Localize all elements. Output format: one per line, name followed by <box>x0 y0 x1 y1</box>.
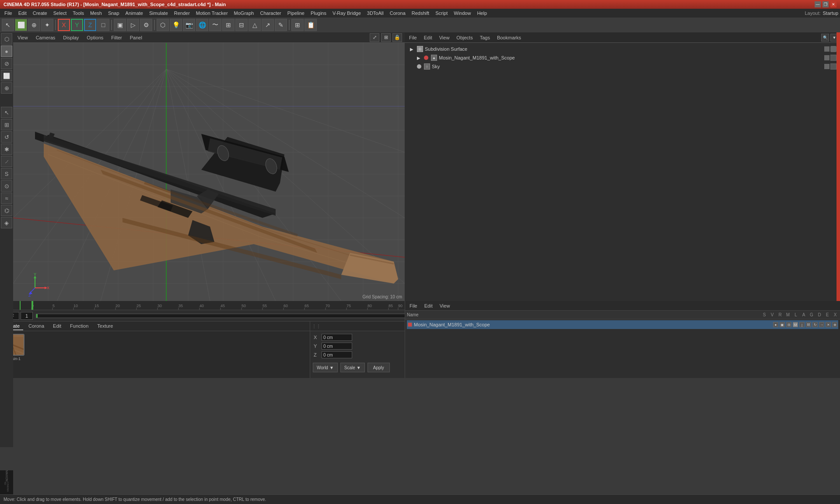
viewport-menu-panel[interactable]: Panel <box>128 34 144 41</box>
sidebar-tool3[interactable]: S <box>1 168 12 179</box>
sidebar-tool4[interactable]: ⊙ <box>1 180 12 192</box>
fps-input[interactable] <box>21 312 33 320</box>
obj-icon-1[interactable]: | <box>799 322 805 327</box>
toolbar-cam[interactable]: 📷 <box>183 19 195 31</box>
mat-tab-edit[interactable]: Edit <box>49 322 65 330</box>
obj-lower-view[interactable]: View <box>437 302 453 309</box>
tree-item-sky[interactable]: ○ Sky <box>406 62 838 71</box>
obj-panel-view[interactable]: View <box>437 34 452 41</box>
menu-mograph[interactable]: MoGraph <box>231 10 257 17</box>
tree-item-subdivision[interactable]: ▶ ⊞ Subdivision Surface <box>406 45 838 53</box>
toolbar-cube[interactable]: ⬡ <box>157 19 169 31</box>
obj-panel-tags[interactable]: Tags <box>477 34 493 41</box>
vp-lock[interactable]: 🔒 <box>392 33 402 42</box>
obj-icon-extra[interactable]: ⊕ <box>832 322 837 327</box>
menu-window[interactable]: Window <box>451 10 473 17</box>
sidebar-tool7[interactable]: ◈ <box>1 217 12 228</box>
tree-cb-sky-2[interactable] <box>830 63 836 70</box>
toolbar-loop[interactable]: ⊕ <box>28 19 40 31</box>
viewport-menu-options[interactable]: Options <box>85 34 105 41</box>
viewport-menu-filter[interactable]: Filter <box>109 34 123 41</box>
minimize-button[interactable]: — <box>815 1 821 7</box>
toolbar-render-region[interactable]: ▣ <box>114 19 126 31</box>
menu-render[interactable]: Render <box>172 10 192 17</box>
tree-cb-mosin-1[interactable] <box>824 55 830 60</box>
world-mode-button[interactable]: World ▼ <box>313 363 338 372</box>
restore-button[interactable]: ❐ <box>822 1 829 7</box>
obj-panel-file[interactable]: File <box>406 34 420 41</box>
toolbar-workspace[interactable]: ⊞ <box>291 19 304 31</box>
coord-x-input[interactable] <box>322 334 352 341</box>
toolbar-lamp[interactable]: 💡 <box>170 19 182 31</box>
obj-icon-m[interactable]: M <box>793 322 798 327</box>
sidebar-move[interactable]: ↖ <box>1 107 12 118</box>
tree-cb-mosin-2[interactable] <box>830 55 836 61</box>
sidebar-scale[interactable]: ⊞ <box>1 119 12 130</box>
obj-icon-r[interactable]: ⊟ <box>786 322 791 327</box>
sidebar-poly[interactable]: ⬜ <box>1 70 12 81</box>
obj-icon-v[interactable]: ▣ <box>780 322 785 327</box>
toolbar-deform[interactable]: ⊞ <box>222 19 234 31</box>
toolbar-char[interactable]: △ <box>248 19 261 31</box>
menu-character[interactable]: Character <box>257 10 284 17</box>
sidebar-model[interactable]: ⬡ <box>1 33 12 45</box>
obj-icon-chain[interactable]: ⛓ <box>806 322 811 327</box>
menu-tools[interactable]: Tools <box>70 10 87 17</box>
menu-redshift[interactable]: Redshift <box>409 10 432 17</box>
obj-item-mosin[interactable]: Mosin_Nagant_M1891_with_Scope ● ▣ ⊟ M | … <box>407 320 838 329</box>
toolbar-mograph2[interactable]: ⊟ <box>235 19 248 31</box>
toolbar-spline[interactable]: 〜 <box>209 19 221 31</box>
obj-panel-edit[interactable]: Edit <box>421 34 435 41</box>
tree-cb-sky-1[interactable] <box>824 64 830 69</box>
scale-mode-button[interactable]: Scale ▼ <box>340 363 365 372</box>
menu-pipeline[interactable]: Pipeline <box>285 10 307 17</box>
sidebar-tool5[interactable]: ≈ <box>1 192 12 204</box>
toolbar-render[interactable]: ▷ <box>127 19 139 31</box>
mat-tab-corona[interactable]: Corona <box>25 322 48 330</box>
timeline-playhead[interactable] <box>20 301 21 310</box>
vp-fullscreen[interactable]: ⤢ <box>370 33 379 42</box>
viewport-canvas[interactable]: Perspective <box>13 43 405 301</box>
toolbar-paint[interactable]: ✎ <box>275 19 287 31</box>
menu-vray[interactable]: V-Ray Bridge <box>330 10 364 17</box>
menu-simulate[interactable]: Simulate <box>147 10 171 17</box>
menu-help[interactable]: Help <box>474 10 490 17</box>
timeline-scrubber-handle[interactable] <box>36 314 38 318</box>
toolbar-obj[interactable]: □ <box>97 19 109 31</box>
menu-3dto[interactable]: 3DToAll <box>364 10 386 17</box>
toolbar-plus[interactable]: ✦ <box>41 19 53 31</box>
toolbar-live-select[interactable]: ⬜ <box>15 19 27 31</box>
toolbar-render-settings[interactable]: ⚙ <box>140 19 152 31</box>
coord-y-input[interactable] <box>322 343 352 350</box>
toolbar-z[interactable]: Z <box>84 19 96 31</box>
sidebar-tool1[interactable]: ✱ <box>1 144 12 155</box>
sidebar-edge[interactable]: ⊘ <box>1 58 12 69</box>
sidebar-point[interactable]: ● <box>1 46 12 57</box>
apply-button[interactable]: Apply <box>368 363 390 372</box>
tree-item-mosin[interactable]: ▶ ▲ Mosin_Nagant_M1891_with_Scope <box>406 53 838 62</box>
menu-corona[interactable]: Corona <box>387 10 408 17</box>
sidebar-uv[interactable]: ⊕ <box>1 82 12 94</box>
menu-mesh[interactable]: Mesh <box>88 10 105 17</box>
menu-script[interactable]: Script <box>433 10 450 17</box>
tree-cb-sub-1[interactable] <box>824 46 830 52</box>
toolbar-note[interactable]: 📋 <box>304 19 317 31</box>
obj-panel-objects[interactable]: Objects <box>454 34 475 41</box>
obj-panel-bookmarks[interactable]: Bookmarks <box>494 34 524 41</box>
menu-motion-tracker[interactable]: Motion Tracker <box>193 10 231 17</box>
menu-create[interactable]: Create <box>30 10 50 17</box>
menu-select[interactable]: Select <box>51 10 70 17</box>
obj-icon-arrow2[interactable]: → <box>819 322 824 327</box>
coord-z-input[interactable] <box>322 351 352 358</box>
mat-tab-function[interactable]: Function <box>66 322 92 330</box>
toolbar-x[interactable]: X <box>58 19 70 31</box>
sidebar-tool2[interactable]: ⟋ <box>1 156 12 167</box>
toolbar-y[interactable]: Y <box>71 19 83 31</box>
viewport[interactable]: View Cameras Display Options Filter Pane… <box>13 32 405 301</box>
viewport-menu-display[interactable]: Display <box>61 34 80 41</box>
obj-icon-x[interactable]: ✕ <box>826 322 831 327</box>
toolbar-move[interactable]: ↖ <box>2 19 14 31</box>
menu-snap[interactable]: Snap <box>105 10 122 17</box>
menu-file[interactable]: File <box>2 10 15 17</box>
viewport-menu-cameras[interactable]: Cameras <box>34 34 57 41</box>
